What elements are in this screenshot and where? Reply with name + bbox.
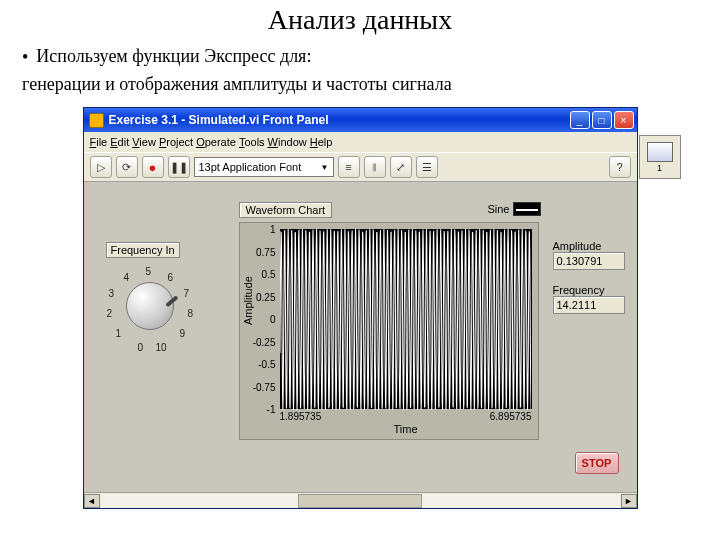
pause-button[interactable]: ❚❚ <box>168 156 190 178</box>
menu-window[interactable]: Window <box>268 136 307 148</box>
horizontal-scrollbar[interactable]: ◄ ► <box>84 492 637 508</box>
ytick: -0.75 <box>244 381 276 392</box>
front-panel-canvas: Frequency In 0 1 2 3 4 5 6 7 8 9 10 Wa <box>84 182 637 492</box>
plot-area: 1 0.75 0.5 0.25 0 -0.25 -0.5 -0.75 -1 <box>280 229 532 409</box>
help-button[interactable]: ? <box>609 156 631 178</box>
menu-tools[interactable]: Tools <box>239 136 265 148</box>
scroll-left-button[interactable]: ◄ <box>84 494 100 508</box>
amplitude-value: 0.130791 <box>553 252 625 270</box>
toolbar: ▷ ⟳ ● ❚❚ 13pt Application Font ▼ ≡ ⫴ ⤢ ☰… <box>84 152 637 182</box>
stop-button[interactable]: STOP <box>575 452 619 474</box>
knob-tick-8: 8 <box>188 308 194 319</box>
ytick: 0 <box>244 314 276 325</box>
menu-edit[interactable]: Edit <box>110 136 129 148</box>
knob-tick-0: 0 <box>138 342 144 353</box>
amplitude-label: Amplitude <box>553 240 625 252</box>
run-continuous-button[interactable]: ⟳ <box>116 156 138 178</box>
knob-tick-9: 9 <box>180 328 186 339</box>
menu-view[interactable]: View <box>132 136 156 148</box>
x-axis-label: Time <box>280 422 532 435</box>
titlebar[interactable]: Exercise 3.1 - Simulated.vi Front Panel … <box>84 108 637 132</box>
maximize-button[interactable]: □ <box>592 111 612 129</box>
menu-project[interactable]: Project <box>159 136 193 148</box>
resize-button[interactable]: ⤢ <box>390 156 412 178</box>
knob-tick-10: 10 <box>156 342 167 353</box>
slide-bullet: • Используем функции Экспресс для: <box>22 46 698 68</box>
ytick: 0.25 <box>244 291 276 302</box>
abort-button[interactable]: ● <box>142 156 164 178</box>
vi-icon-number: 1 <box>657 163 662 173</box>
chart-legend: Sine <box>487 202 540 216</box>
reorder-button[interactable]: ☰ <box>416 156 438 178</box>
knob-tick-6: 6 <box>168 272 174 283</box>
scroll-thumb[interactable] <box>298 494 423 508</box>
readouts: Amplitude 0.130791 Frequency 14.2111 <box>553 240 625 314</box>
frequency-value: 14.2111 <box>553 296 625 314</box>
slide-subtext: генерации и отображения амплитуды и част… <box>22 74 698 95</box>
waveform-chart: Waveform Chart Sine Amplitude 1 0.75 0.5… <box>239 202 539 440</box>
menu-operate[interactable]: Operate <box>196 136 236 148</box>
window-title: Exercise 3.1 - Simulated.vi Front Panel <box>109 113 329 127</box>
distribute-button[interactable]: ⫴ <box>364 156 386 178</box>
waveform-line <box>280 229 532 410</box>
knob-tick-5: 5 <box>146 266 152 277</box>
chevron-down-icon: ▼ <box>321 163 329 172</box>
frequency-label: Frequency <box>553 284 625 296</box>
knob-tick-1: 1 <box>116 328 122 339</box>
ytick: 0.5 <box>244 269 276 280</box>
chart-title: Waveform Chart <box>239 202 333 218</box>
context-help-pane[interactable]: 1 <box>639 135 681 179</box>
ytick: 1 <box>244 224 276 235</box>
ytick: 0.75 <box>244 246 276 257</box>
knob-tick-4: 4 <box>124 272 130 283</box>
frequency-knob-label: Frequency In <box>106 242 180 258</box>
menu-help[interactable]: Help <box>310 136 333 148</box>
font-selector-label: 13pt Application Font <box>199 161 302 173</box>
app-icon <box>89 113 104 128</box>
frequency-knob[interactable] <box>126 282 174 330</box>
menu-file[interactable]: File <box>90 136 108 148</box>
scroll-right-button[interactable]: ► <box>621 494 637 508</box>
close-button[interactable]: × <box>614 111 634 129</box>
align-button[interactable]: ≡ <box>338 156 360 178</box>
font-selector[interactable]: 13pt Application Font ▼ <box>194 157 334 177</box>
slide-title: Анализ данных <box>0 0 720 36</box>
knob-tick-2: 2 <box>107 308 113 319</box>
minimize-button[interactable]: _ <box>570 111 590 129</box>
bullet-dot: • <box>22 46 28 68</box>
xtick-max: 6.895735 <box>490 411 532 422</box>
ytick: -0.25 <box>244 336 276 347</box>
scroll-track[interactable] <box>101 494 620 508</box>
app-window: Exercise 3.1 - Simulated.vi Front Panel … <box>83 107 638 509</box>
vi-icon <box>647 142 673 162</box>
run-button[interactable]: ▷ <box>90 156 112 178</box>
knob-tick-3: 3 <box>109 288 115 299</box>
legend-swatch <box>513 202 541 216</box>
ytick: -1 <box>244 404 276 415</box>
knob-tick-7: 7 <box>184 288 190 299</box>
frequency-knob-control: Frequency In 0 1 2 3 4 5 6 7 8 9 10 <box>96 242 216 360</box>
ytick: -0.5 <box>244 359 276 370</box>
bullet-text: Используем функции Экспресс для: <box>36 46 311 67</box>
xtick-min: 1.895735 <box>280 411 322 422</box>
menubar: File Edit View Project Operate Tools Win… <box>84 132 637 152</box>
legend-label: Sine <box>487 203 509 215</box>
